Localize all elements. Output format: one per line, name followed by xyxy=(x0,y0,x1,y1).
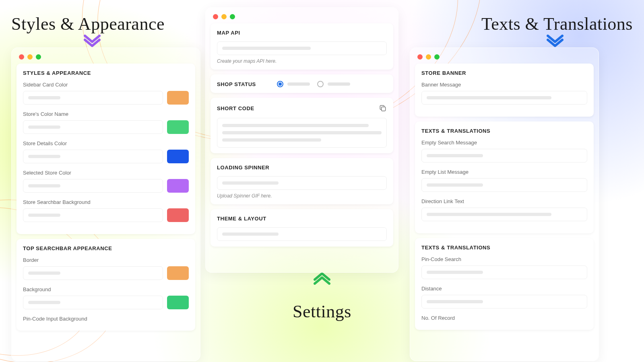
field-label: No. Of Record xyxy=(421,315,587,321)
color-input[interactable] xyxy=(23,150,163,163)
field-label: Store Details Color xyxy=(23,140,189,146)
card-styles-appearance: Styles & Appearance Sidebar Card ColorSt… xyxy=(17,64,195,234)
maximize-icon[interactable] xyxy=(230,14,235,19)
color-input[interactable] xyxy=(23,208,163,222)
card-map-api: Map API Create your maps API here. xyxy=(211,23,393,70)
svg-rect-0 xyxy=(382,107,386,111)
minimize-icon[interactable] xyxy=(27,54,33,60)
maximize-icon[interactable] xyxy=(36,54,41,60)
card-store-banner: Store Banner Banner Message xyxy=(415,64,594,117)
card-short-code: Short Code xyxy=(211,98,393,153)
minimize-icon[interactable] xyxy=(426,54,431,60)
section-title: Shop Status xyxy=(217,81,256,87)
map-api-input[interactable] xyxy=(217,41,387,55)
card-shop-status: Shop Status xyxy=(211,74,393,93)
color-input[interactable] xyxy=(23,120,163,134)
color-input[interactable] xyxy=(23,266,163,280)
color-swatch[interactable] xyxy=(167,179,189,193)
section-title: Theme & Layout xyxy=(217,216,387,222)
chevron-up-icon xyxy=(314,271,330,285)
color-swatch[interactable] xyxy=(167,150,189,163)
copy-icon[interactable] xyxy=(379,104,387,112)
close-icon[interactable] xyxy=(19,54,24,60)
field-label: Store Searchbar Background xyxy=(23,199,189,205)
color-input[interactable] xyxy=(23,91,163,105)
section-title: Top Searchbar Appearance xyxy=(23,245,189,251)
color-input[interactable] xyxy=(23,296,163,309)
field-label: Selected Store Color xyxy=(23,170,189,176)
card-top-searchbar: Top Searchbar Appearance BorderBackgroun… xyxy=(17,239,195,331)
card-texts-2: Texts & Translations Pin-Code SearchDist… xyxy=(415,238,594,330)
texts-window: Store Banner Banner Message Texts & Tran… xyxy=(410,47,599,361)
field-label: Pin-Code Input Background xyxy=(23,316,189,322)
helper-text: Upload Spinner GIF here. xyxy=(217,193,387,199)
color-swatch[interactable] xyxy=(167,120,189,134)
field-label: Store's Color Name xyxy=(23,111,189,117)
close-icon[interactable] xyxy=(417,54,423,60)
card-loading-spinner: Loading Spinner Upload Spinner GIF here. xyxy=(211,158,393,204)
spinner-input[interactable] xyxy=(217,176,387,190)
chevron-down-icon xyxy=(547,35,564,48)
color-swatch[interactable] xyxy=(167,91,189,105)
text-input[interactable] xyxy=(421,91,587,105)
card-theme-layout: Theme & Layout xyxy=(211,209,393,247)
section-title: Texts & Translations xyxy=(421,128,587,134)
field-label: Empty List Message xyxy=(421,169,587,175)
card-texts-1: Texts & Translations Empty Search Messag… xyxy=(415,121,594,233)
section-title: Loading Spinner xyxy=(217,165,387,171)
section-title: Map API xyxy=(217,30,387,36)
text-input[interactable] xyxy=(421,178,587,192)
section-title: Styles & Appearance xyxy=(23,70,189,76)
heading-texts: Texts & Translations xyxy=(481,14,633,34)
field-label: Direction Link Text xyxy=(421,198,587,204)
field-label: Pin-Code Search xyxy=(421,256,587,262)
maximize-icon[interactable] xyxy=(434,54,440,60)
color-input[interactable] xyxy=(23,179,163,193)
text-input[interactable] xyxy=(421,295,587,309)
color-swatch[interactable] xyxy=(167,296,189,309)
field-label: Border xyxy=(23,257,189,263)
window-controls xyxy=(415,53,594,64)
text-input[interactable] xyxy=(421,208,587,221)
minimize-icon[interactable] xyxy=(221,14,227,19)
color-swatch[interactable] xyxy=(167,208,189,222)
shop-status-option-1[interactable] xyxy=(277,81,310,87)
short-code-box[interactable] xyxy=(217,118,387,148)
section-title: Store Banner xyxy=(421,70,587,76)
window-controls xyxy=(211,12,393,23)
text-input[interactable] xyxy=(421,149,587,162)
styles-window: Styles & Appearance Sidebar Card ColorSt… xyxy=(11,47,200,361)
section-title: Short Code xyxy=(217,105,254,111)
chevron-down-icon xyxy=(84,35,101,48)
close-icon[interactable] xyxy=(213,14,218,19)
color-swatch[interactable] xyxy=(167,266,189,280)
shop-status-option-2[interactable] xyxy=(317,81,350,87)
heading-settings: Settings xyxy=(293,301,351,322)
heading-styles: Styles & Appearance xyxy=(11,14,165,34)
settings-window: Map API Create your maps API here. Shop … xyxy=(205,7,398,273)
field-label: Empty Search Message xyxy=(421,140,587,146)
section-title: Texts & Translations xyxy=(421,245,587,251)
field-label: Banner Message xyxy=(421,82,587,88)
helper-text: Create your maps API here. xyxy=(217,58,387,64)
text-input[interactable] xyxy=(421,265,587,279)
window-controls xyxy=(17,53,195,64)
field-label: Background xyxy=(23,286,189,292)
field-label: Distance xyxy=(421,286,587,292)
theme-input[interactable] xyxy=(217,227,387,241)
field-label: Sidebar Card Color xyxy=(23,82,189,88)
